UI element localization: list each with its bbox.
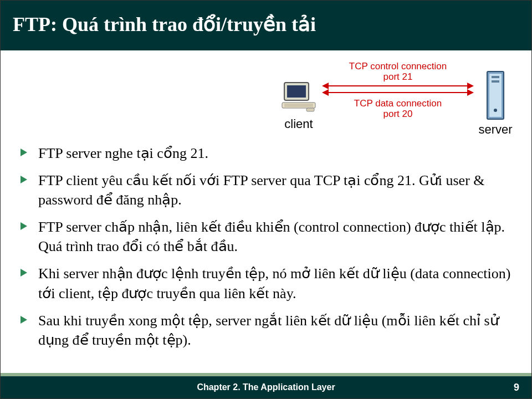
data-line2: port 20 [383,109,413,119]
bullet-text: FTP server chấp nhận, liên kết điều khiể… [38,219,505,254]
control-line2: port 21 [383,71,413,82]
client-label: client [277,117,321,131]
data-arrow [323,92,473,93]
list-item: FTP server nghe tại cổng 21. [21,144,515,163]
control-connection-label: TCP control connection port 21 [323,62,473,82]
content-area: client server TCP control connection por… [1,50,531,358]
bullet-icon [21,149,27,156]
bullet-icon [21,176,27,183]
server-icon [486,70,505,120]
svg-rect-7 [492,76,499,78]
list-item: Khi server nhận được lệnh truyền tệp, nó… [21,264,515,303]
data-line1: TCP data connection [354,98,442,109]
svg-rect-4 [306,108,314,111]
slide: FTP: Quá trình trao đổi/truyền tải clien… [0,0,532,399]
footer-bar: Chapter 2. The Application Layer 9 [1,376,531,398]
server-node: server [476,70,515,137]
ftp-diagram: client server TCP control connection por… [277,56,515,145]
chapter-label: Chapter 2. The Application Layer [197,382,335,392]
server-label: server [476,122,515,137]
bullet-text: Khi server nhận được lệnh truyền tệp, nó… [38,265,510,301]
bullet-text: Sau khi truyền xong một tệp, server ngắt… [38,313,499,348]
page-number: 9 [514,382,519,393]
list-item: Sau khi truyền xong một tệp, server ngắt… [21,311,515,350]
slide-title: FTP: Quá trình trao đổi/truyền tải [13,13,515,36]
svg-rect-8 [492,80,499,83]
control-arrow [323,85,473,86]
control-line1: TCP control connection [349,61,447,71]
computer-icon [281,80,316,112]
bullet-icon [21,269,27,277]
svg-rect-1 [287,85,306,98]
list-item: FTP server chấp nhận, liên kết điều khiể… [21,217,515,256]
list-item: FTP client yêu cầu kết nối với FTP serve… [21,171,515,209]
svg-rect-3 [284,104,313,107]
bullet-text: FTP server nghe tại cổng 21. [38,145,208,161]
bullet-icon [21,222,27,230]
bullet-text: FTP client yêu cầu kết nối với FTP serve… [38,172,485,208]
bullet-icon [21,316,27,324]
bullet-list: FTP server nghe tại cổng 21. FTP client … [17,144,515,350]
title-band: FTP: Quá trình trao đổi/truyền tải [1,1,531,50]
svg-point-9 [494,109,497,112]
data-connection-label: TCP data connection port 20 [323,99,473,119]
client-node: client [277,80,321,131]
footer: Chapter 2. The Application Layer 9 [1,373,531,398]
connection-arrows: TCP control connection port 21 TCP data … [323,62,473,120]
